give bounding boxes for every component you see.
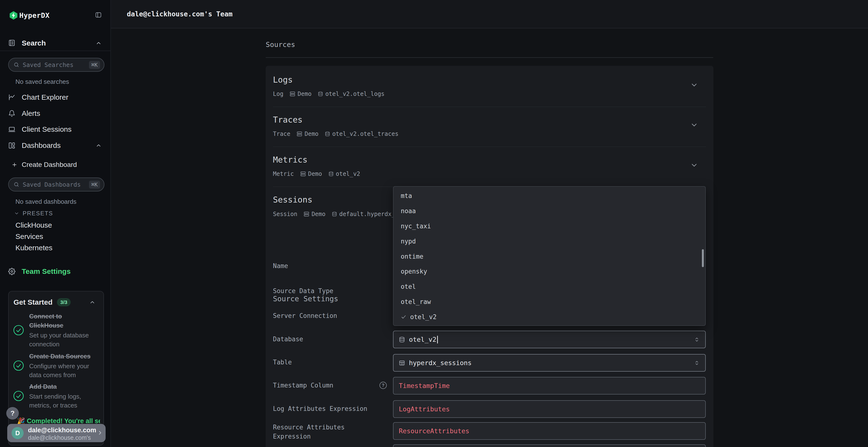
next-input-partial[interactable]: [393, 444, 706, 447]
dropdown-option-ontime[interactable]: ontime: [394, 249, 705, 264]
source-title: Sessions: [273, 195, 312, 204]
hyperdx-app: HyperDX Search Saved Searches ⌘K No save…: [0, 0, 868, 447]
sidebar-item-label: Client Sessions: [22, 125, 72, 133]
chevron-down-icon[interactable]: [690, 161, 698, 169]
presets-label: PRESETS: [23, 210, 53, 217]
title-rule: [266, 57, 713, 58]
sidebar-item-team-settings[interactable]: Team Settings: [0, 264, 111, 279]
name-label: Name: [273, 261, 379, 271]
source-data-type-label: Source Data Type: [273, 286, 379, 296]
database-icon: [399, 336, 405, 343]
preset-services[interactable]: Services: [16, 232, 43, 241]
source-title: Traces: [273, 115, 303, 125]
source-meta: Session Demo default.hyperdx_s: [273, 211, 395, 217]
bell-icon: [8, 110, 16, 117]
table-value: hyperdx_sessions: [409, 359, 472, 367]
saved-searches-placeholder: Saved Searches: [23, 61, 89, 68]
team-settings-label: Team Settings: [22, 267, 71, 276]
user-email: dale@clickhouse.com: [28, 426, 96, 434]
help-button[interactable]: ?: [6, 407, 19, 419]
search-section-icon: [8, 39, 16, 47]
server-icon: [289, 91, 296, 97]
resource-attributes-label: Resource Attributes Expression: [273, 423, 379, 441]
search-icon: [13, 182, 19, 187]
chevron-down-icon[interactable]: [690, 81, 698, 89]
timestamp-column-input[interactable]: TimestampTime: [393, 377, 706, 394]
help-icon[interactable]: ?: [379, 382, 387, 389]
table-name: default.hyperdx_s: [339, 211, 395, 217]
sidebar-item-label: Dashboards: [22, 141, 61, 149]
log-attributes-value: LogAttributes: [399, 405, 450, 413]
check-circle-icon: [13, 390, 24, 402]
collapse-sidebar-icon[interactable]: [94, 10, 103, 20]
server-connection-label: Server Connection: [273, 311, 379, 320]
source-meta: Metric Demo otel_v2: [273, 171, 360, 177]
table-select[interactable]: hyperdx_sessions: [393, 354, 706, 372]
saved-dashboards-input[interactable]: Saved Dashboards ⌘K: [8, 177, 104, 192]
create-dashboard-button[interactable]: Create Dashboard: [0, 158, 111, 171]
database-icon: [329, 171, 334, 177]
select-caret-icon[interactable]: [694, 336, 700, 343]
logo-row: HyperDX: [0, 7, 111, 24]
log-attributes-label: Log Attributes Expression: [273, 404, 379, 413]
preset-clickhouse[interactable]: ClickHouse: [16, 221, 52, 229]
saved-searches-input[interactable]: Saved Searches ⌘K: [8, 58, 104, 72]
dropdown-option-nypd[interactable]: nypd: [394, 234, 705, 249]
database-label: Database: [273, 335, 379, 344]
connection-name: Demo: [311, 211, 326, 217]
shortcut-badge: ⌘K: [89, 61, 100, 69]
dropdown-option-otel[interactable]: otel: [394, 279, 705, 294]
checklist-item-add-data[interactable]: Add Data Start sending logs, metrics, or…: [13, 382, 99, 410]
database-select[interactable]: otel_v2: [393, 331, 706, 348]
sidebar-item-search[interactable]: Search: [0, 36, 111, 50]
database-value: otel_v2: [409, 336, 436, 343]
hyperdx-logo-icon: [9, 10, 18, 20]
sidebar-item-chart-explorer[interactable]: Chart Explorer: [0, 90, 111, 105]
source-title: Metrics: [273, 155, 307, 165]
dropdown-option-nyc-taxi[interactable]: nyc_taxi: [394, 219, 705, 234]
chevron-up-icon[interactable]: [95, 40, 102, 46]
check-circle-icon: [13, 325, 24, 336]
no-saved-searches-text: No saved searches: [16, 78, 69, 85]
table-icon: [399, 360, 405, 366]
select-caret-icon[interactable]: [694, 359, 700, 367]
user-menu[interactable]: D dale@clickhouse.com dale@clickhouse.co…: [7, 424, 105, 442]
source-type: Metric: [273, 171, 294, 177]
presets-toggle[interactable]: PRESETS: [14, 209, 53, 218]
get-started-title: Get Started: [13, 298, 53, 306]
app-title: HyperDX: [19, 11, 50, 20]
checklist-item-title: Add Data: [29, 382, 98, 391]
chevron-down-icon[interactable]: [690, 121, 698, 129]
dropdown-option-otel-raw[interactable]: otel_raw: [394, 294, 705, 309]
progress-badge: 3/3: [57, 298, 71, 306]
dropdown-option-noaa[interactable]: noaa: [394, 204, 705, 219]
table-name: otel_v2.otel_traces: [332, 131, 399, 137]
database-dropdown: mta noaa nyc_taxi nypd ontime opensky ot…: [393, 186, 706, 326]
get-started-header[interactable]: Get Started 3/3: [9, 297, 103, 308]
source-type: Session: [273, 211, 297, 217]
log-attributes-input[interactable]: LogAttributes: [393, 400, 706, 418]
plus-icon: [11, 162, 18, 168]
dropdown-option-opensky[interactable]: opensky: [394, 264, 705, 279]
timestamp-column-label: Timestamp Column: [273, 381, 379, 390]
checklist-item-subtitle: Configure where your data comes from: [29, 362, 98, 380]
checklist-item-connect[interactable]: Connect to ClickHouse Set up your databa…: [13, 312, 99, 349]
dropdown-option-otel-v2[interactable]: otel_v2: [394, 309, 705, 324]
sidebar-item-alerts[interactable]: Alerts: [0, 106, 111, 121]
checklist-item-title: Connect to ClickHouse: [29, 312, 98, 330]
chevron-right-icon: [97, 429, 103, 436]
table-name: otel_v2.otel_logs: [325, 91, 384, 97]
sidebar-item-client-sessions[interactable]: Client Sessions: [0, 122, 111, 137]
create-dashboard-label: Create Dashboard: [22, 161, 77, 169]
checklist-item-sources[interactable]: Create Data Sources Configure where your…: [13, 352, 99, 380]
checklist-item-title: Create Data Sources: [29, 352, 98, 361]
sidebar-item-dashboards[interactable]: Dashboards: [0, 138, 111, 153]
dropdown-option-mta[interactable]: mta: [394, 188, 705, 204]
preset-kubernetes[interactable]: Kubernetes: [16, 244, 52, 252]
sidebar-item-label: Chart Explorer: [22, 93, 68, 101]
dropdown-scrollbar[interactable]: [702, 249, 704, 267]
user-team: dale@clickhouse.com's: [28, 434, 91, 441]
chevron-up-icon[interactable]: [95, 142, 102, 148]
resource-attributes-input[interactable]: ResourceAttributes: [393, 422, 706, 440]
chevron-up-icon[interactable]: [89, 299, 95, 305]
